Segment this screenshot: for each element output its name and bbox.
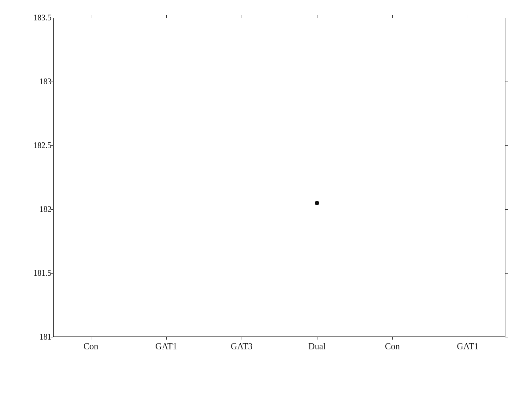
chart-container: 181181.5182182.5183183.5ConGAT1GAT3DualC… xyxy=(0,0,532,399)
y-tick-label: 182.5 xyxy=(34,141,52,150)
chart-plot-area xyxy=(53,18,505,337)
y-tick-label: 183.5 xyxy=(34,13,52,23)
y-tick-mark-right xyxy=(505,209,508,210)
y-tick-label: 183 xyxy=(39,77,51,86)
y-tick-label: 181.5 xyxy=(34,269,52,278)
x-tick-label: Dual xyxy=(309,341,326,352)
x-tick-mark-bottom xyxy=(317,337,317,340)
x-tick-mark-bottom xyxy=(166,337,167,340)
x-tick-mark-bottom xyxy=(468,337,468,340)
x-tick-label: GAT1 xyxy=(156,341,177,352)
y-tick-mark-right xyxy=(505,337,508,337)
y-tick-label: 181 xyxy=(39,332,51,342)
x-tick-mark-top xyxy=(468,15,468,18)
x-tick-mark-top xyxy=(242,15,242,18)
y-tick-mark-right xyxy=(505,273,508,274)
y-tick-mark-right xyxy=(505,145,508,146)
x-tick-mark-top xyxy=(91,15,91,18)
y-tick-label: 182 xyxy=(39,205,51,214)
y-axis-label xyxy=(4,18,22,337)
y-tick-mark-right xyxy=(505,82,508,82)
x-tick-mark-top xyxy=(166,15,167,18)
x-tick-mark-bottom xyxy=(242,337,242,340)
x-tick-label: GAT3 xyxy=(231,341,253,352)
x-tick-label: Con xyxy=(385,341,399,352)
x-tick-mark-bottom xyxy=(91,337,91,340)
x-tick-label: GAT1 xyxy=(457,341,479,352)
x-tick-label: Con xyxy=(83,341,98,352)
x-tick-mark-bottom xyxy=(392,337,393,340)
x-tick-mark-top xyxy=(317,15,317,18)
y-tick-mark-right xyxy=(505,18,508,18)
data-point xyxy=(315,201,319,205)
x-tick-mark-top xyxy=(392,15,393,18)
